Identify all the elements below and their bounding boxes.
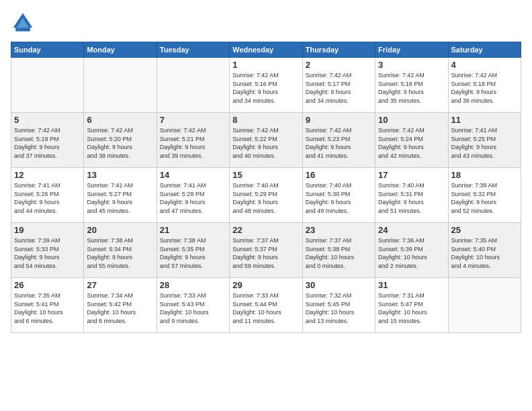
day-info: Sunrise: 7:42 AM Sunset: 5:23 PM Dayligh… [306, 126, 372, 160]
day-info: Sunrise: 7:41 AM Sunset: 5:28 PM Dayligh… [160, 181, 226, 215]
day-number: 3 [378, 60, 445, 70]
calendar-cell: 26Sunrise: 7:35 AM Sunset: 5:41 PM Dayli… [11, 278, 84, 333]
calendar-cell [84, 58, 157, 113]
day-number: 30 [306, 280, 372, 290]
weekday-header-monday: Monday [84, 42, 157, 58]
day-info: Sunrise: 7:37 AM Sunset: 5:37 PM Dayligh… [232, 236, 299, 270]
day-number: 11 [451, 115, 518, 125]
logo [11, 11, 38, 35]
day-number: 19 [14, 225, 81, 235]
calendar-cell: 29Sunrise: 7:33 AM Sunset: 5:44 PM Dayli… [230, 278, 302, 333]
day-number: 25 [451, 225, 518, 235]
weekday-header-friday: Friday [375, 42, 448, 58]
day-info: Sunrise: 7:42 AM Sunset: 5:17 PM Dayligh… [306, 71, 372, 105]
day-number: 1 [232, 60, 299, 70]
calendar-cell [157, 58, 229, 113]
day-number: 18 [451, 170, 518, 180]
day-number: 13 [87, 170, 153, 180]
calendar-cell: 2Sunrise: 7:42 AM Sunset: 5:17 PM Daylig… [302, 58, 375, 113]
calendar-cell: 27Sunrise: 7:34 AM Sunset: 5:42 PM Dayli… [84, 278, 157, 333]
day-number: 6 [87, 115, 153, 125]
day-number: 24 [378, 225, 445, 235]
day-number: 2 [306, 60, 372, 70]
day-info: Sunrise: 7:40 AM Sunset: 5:31 PM Dayligh… [378, 181, 445, 215]
calendar-cell: 12Sunrise: 7:41 AM Sunset: 5:26 PM Dayli… [11, 168, 84, 223]
day-number: 28 [160, 280, 226, 290]
day-info: Sunrise: 7:31 AM Sunset: 5:47 PM Dayligh… [378, 291, 445, 325]
day-info: Sunrise: 7:39 AM Sunset: 5:32 PM Dayligh… [451, 181, 518, 215]
calendar-cell: 30Sunrise: 7:32 AM Sunset: 5:45 PM Dayli… [302, 278, 375, 333]
calendar-cell: 8Sunrise: 7:42 AM Sunset: 5:22 PM Daylig… [230, 113, 302, 168]
calendar-cell: 10Sunrise: 7:42 AM Sunset: 5:24 PM Dayli… [375, 113, 448, 168]
calendar-cell: 25Sunrise: 7:35 AM Sunset: 5:40 PM Dayli… [448, 223, 521, 278]
calendar-cell [448, 278, 521, 333]
weekday-header-row: SundayMondayTuesdayWednesdayThursdayFrid… [11, 42, 521, 58]
calendar-cell: 6Sunrise: 7:42 AM Sunset: 5:20 PM Daylig… [84, 113, 157, 168]
calendar-cell [11, 58, 84, 113]
day-info: Sunrise: 7:38 AM Sunset: 5:35 PM Dayligh… [160, 236, 226, 270]
logo-icon [11, 11, 35, 35]
calendar-cell: 17Sunrise: 7:40 AM Sunset: 5:31 PM Dayli… [375, 168, 448, 223]
calendar-cell: 18Sunrise: 7:39 AM Sunset: 5:32 PM Dayli… [448, 168, 521, 223]
day-info: Sunrise: 7:36 AM Sunset: 5:39 PM Dayligh… [378, 236, 445, 270]
weekday-header-thursday: Thursday [302, 42, 375, 58]
day-info: Sunrise: 7:42 AM Sunset: 5:16 PM Dayligh… [232, 71, 299, 105]
day-info: Sunrise: 7:39 AM Sunset: 5:33 PM Dayligh… [14, 236, 81, 270]
day-number: 16 [306, 170, 372, 180]
day-info: Sunrise: 7:33 AM Sunset: 5:44 PM Dayligh… [232, 291, 299, 325]
calendar-cell: 31Sunrise: 7:31 AM Sunset: 5:47 PM Dayli… [375, 278, 448, 333]
calendar-week-row: 12Sunrise: 7:41 AM Sunset: 5:26 PM Dayli… [11, 168, 521, 223]
calendar-cell: 24Sunrise: 7:36 AM Sunset: 5:39 PM Dayli… [375, 223, 448, 278]
calendar-cell: 11Sunrise: 7:41 AM Sunset: 5:25 PM Dayli… [448, 113, 521, 168]
calendar-cell: 1Sunrise: 7:42 AM Sunset: 5:16 PM Daylig… [230, 58, 302, 113]
day-number: 29 [232, 280, 299, 290]
day-info: Sunrise: 7:35 AM Sunset: 5:40 PM Dayligh… [451, 236, 518, 270]
day-info: Sunrise: 7:42 AM Sunset: 5:24 PM Dayligh… [378, 126, 445, 160]
calendar-cell: 19Sunrise: 7:39 AM Sunset: 5:33 PM Dayli… [11, 223, 84, 278]
svg-rect-2 [15, 28, 30, 31]
day-info: Sunrise: 7:40 AM Sunset: 5:29 PM Dayligh… [232, 181, 299, 215]
page-container: SundayMondayTuesdayWednesdayThursdayFrid… [0, 0, 532, 411]
weekday-header-sunday: Sunday [11, 42, 84, 58]
calendar-week-row: 19Sunrise: 7:39 AM Sunset: 5:33 PM Dayli… [11, 223, 521, 278]
day-number: 15 [232, 170, 299, 180]
day-number: 17 [378, 170, 445, 180]
day-number: 27 [87, 280, 153, 290]
calendar-cell: 9Sunrise: 7:42 AM Sunset: 5:23 PM Daylig… [302, 113, 375, 168]
calendar-cell: 14Sunrise: 7:41 AM Sunset: 5:28 PM Dayli… [157, 168, 229, 223]
page-header [11, 11, 521, 35]
day-info: Sunrise: 7:38 AM Sunset: 5:34 PM Dayligh… [87, 236, 153, 270]
day-info: Sunrise: 7:41 AM Sunset: 5:25 PM Dayligh… [451, 126, 518, 160]
day-number: 21 [160, 225, 226, 235]
calendar-cell: 5Sunrise: 7:42 AM Sunset: 5:19 PM Daylig… [11, 113, 84, 168]
day-info: Sunrise: 7:32 AM Sunset: 5:45 PM Dayligh… [306, 291, 372, 325]
day-number: 5 [14, 115, 81, 125]
day-number: 12 [14, 170, 81, 180]
day-info: Sunrise: 7:41 AM Sunset: 5:27 PM Dayligh… [87, 181, 153, 215]
calendar-cell: 22Sunrise: 7:37 AM Sunset: 5:37 PM Dayli… [230, 223, 302, 278]
day-number: 20 [87, 225, 153, 235]
day-number: 4 [451, 60, 518, 70]
day-info: Sunrise: 7:42 AM Sunset: 5:19 PM Dayligh… [14, 126, 81, 160]
day-number: 7 [160, 115, 226, 125]
day-number: 9 [306, 115, 372, 125]
calendar-cell: 23Sunrise: 7:37 AM Sunset: 5:38 PM Dayli… [302, 223, 375, 278]
day-info: Sunrise: 7:42 AM Sunset: 5:21 PM Dayligh… [160, 126, 226, 160]
calendar-week-row: 26Sunrise: 7:35 AM Sunset: 5:41 PM Dayli… [11, 278, 521, 333]
calendar-cell: 4Sunrise: 7:42 AM Sunset: 5:18 PM Daylig… [448, 58, 521, 113]
calendar-cell: 7Sunrise: 7:42 AM Sunset: 5:21 PM Daylig… [157, 113, 229, 168]
calendar-cell: 3Sunrise: 7:42 AM Sunset: 5:18 PM Daylig… [375, 58, 448, 113]
day-number: 14 [160, 170, 226, 180]
day-info: Sunrise: 7:42 AM Sunset: 5:18 PM Dayligh… [378, 71, 445, 105]
calendar-cell: 20Sunrise: 7:38 AM Sunset: 5:34 PM Dayli… [84, 223, 157, 278]
calendar-cell: 15Sunrise: 7:40 AM Sunset: 5:29 PM Dayli… [230, 168, 302, 223]
day-info: Sunrise: 7:33 AM Sunset: 5:43 PM Dayligh… [160, 291, 226, 325]
day-info: Sunrise: 7:40 AM Sunset: 5:30 PM Dayligh… [306, 181, 372, 215]
calendar-table: SundayMondayTuesdayWednesdayThursdayFrid… [11, 42, 521, 333]
day-info: Sunrise: 7:41 AM Sunset: 5:26 PM Dayligh… [14, 181, 81, 215]
day-number: 31 [378, 280, 445, 290]
day-info: Sunrise: 7:42 AM Sunset: 5:22 PM Dayligh… [232, 126, 299, 160]
day-info: Sunrise: 7:34 AM Sunset: 5:42 PM Dayligh… [87, 291, 153, 325]
day-info: Sunrise: 7:42 AM Sunset: 5:18 PM Dayligh… [451, 71, 518, 105]
calendar-week-row: 5Sunrise: 7:42 AM Sunset: 5:19 PM Daylig… [11, 113, 521, 168]
